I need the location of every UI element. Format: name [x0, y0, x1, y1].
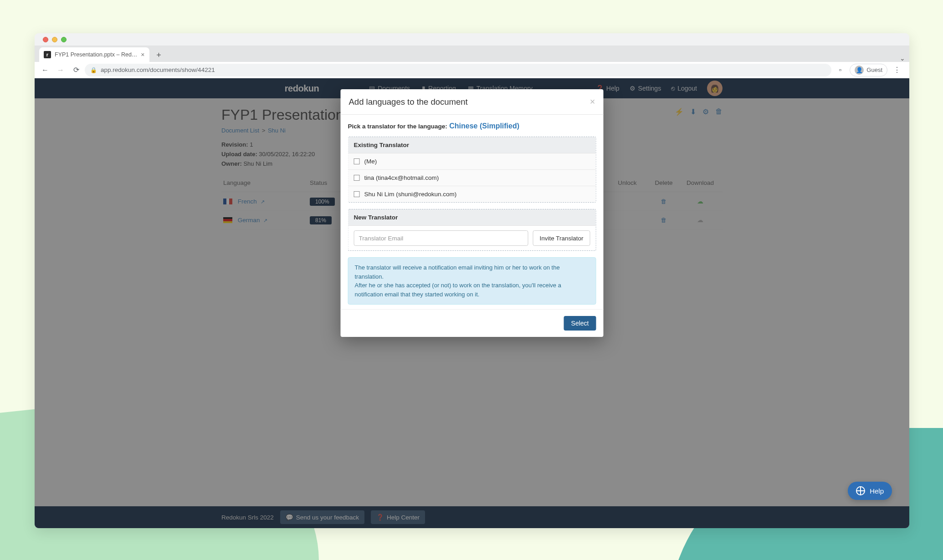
browser-tabbar: r FYP1 Presentation.pptx – Red… × + ⌄: [35, 46, 909, 62]
invite-translator-button[interactable]: Invite Translator: [533, 230, 590, 246]
select-button[interactable]: Select: [564, 316, 596, 331]
tab-title: FYP1 Presentation.pptx – Red…: [55, 51, 137, 58]
modal-body: Pick a translator for the language: Chin…: [341, 115, 604, 309]
macos-titlebar: [35, 33, 909, 46]
profile-avatar-icon: 👤: [855, 66, 864, 75]
translator-option[interactable]: tina (tina4cx@hotmail.com): [348, 170, 596, 186]
modal-title: Add languages to the document: [349, 97, 468, 107]
modal-footer: Select: [341, 309, 604, 337]
nav-reload-button[interactable]: ⟳: [69, 63, 83, 77]
nav-forward-button[interactable]: →: [54, 63, 67, 77]
info-line-2: After he or she has accepted (or not) to…: [355, 282, 561, 298]
profile-chip[interactable]: 👤 Guest: [850, 64, 887, 76]
info-message: The translator will receive a notificati…: [348, 257, 596, 305]
translator-option[interactable]: Shu Ni Lim (shuni@redokun.com): [348, 186, 596, 202]
checkbox[interactable]: [354, 191, 360, 197]
translator-email-input[interactable]: [354, 230, 528, 246]
translator-name: (Me): [364, 158, 377, 165]
modal-header: Add languages to the document ×: [341, 89, 604, 115]
extensions-icon[interactable]: ▫: [833, 63, 847, 77]
url-input[interactable]: 🔒 app.redokun.com/documents/show/44221: [85, 64, 831, 76]
url-text: app.redokun.com/documents/show/44221: [101, 66, 215, 73]
lock-icon: 🔒: [90, 67, 97, 73]
pick-translator-label: Pick a translator for the language: Chin…: [348, 122, 596, 130]
translator-name: Shu Ni Lim (shuni@redokun.com): [364, 191, 457, 198]
checkbox[interactable]: [354, 158, 360, 164]
new-tab-button[interactable]: +: [152, 48, 166, 62]
new-translator-panel: New Translator Invite Translator: [348, 209, 596, 251]
help-widget-label: Help: [870, 487, 884, 495]
existing-translator-panel: Existing Translator (Me) tina (tina4cx@h…: [348, 137, 596, 203]
new-translator-heading: New Translator: [348, 209, 596, 226]
window-zoom-dot[interactable]: [61, 37, 67, 42]
tabs-overflow-icon[interactable]: ⌄: [896, 55, 909, 62]
browser-tab-active[interactable]: r FYP1 Presentation.pptx – Red… ×: [39, 47, 149, 62]
nav-back-button[interactable]: ←: [38, 63, 52, 77]
add-language-modal: Add languages to the document × Pick a t…: [341, 89, 604, 337]
pick-label-text: Pick a translator for the language:: [348, 123, 447, 130]
modal-close-button[interactable]: ×: [590, 97, 595, 107]
translator-option[interactable]: (Me): [348, 153, 596, 170]
target-language-link[interactable]: Chinese (Simplified): [449, 122, 519, 130]
profile-label: Guest: [866, 66, 882, 73]
info-line-1: The translator will receive a notificati…: [355, 264, 560, 280]
browser-menu-icon[interactable]: ⋮: [890, 63, 904, 77]
browser-address-bar: ← → ⟳ 🔒 app.redokun.com/documents/show/4…: [35, 62, 909, 78]
page-viewport: redokun ▤ Documents ▮ Reporting ▦ Transl…: [35, 78, 909, 528]
translator-name: tina (tina4cx@hotmail.com): [364, 174, 439, 181]
favicon-icon: r: [44, 51, 51, 58]
checkbox[interactable]: [354, 175, 360, 181]
browser-window: r FYP1 Presentation.pptx – Red… × + ⌄ ← …: [35, 33, 909, 528]
window-minimize-dot[interactable]: [52, 37, 57, 42]
existing-translator-heading: Existing Translator: [348, 137, 596, 153]
tab-close-icon[interactable]: ×: [141, 51, 144, 58]
window-close-dot[interactable]: [43, 37, 48, 42]
help-widget[interactable]: Help: [848, 482, 892, 500]
lifering-icon: [856, 486, 865, 495]
